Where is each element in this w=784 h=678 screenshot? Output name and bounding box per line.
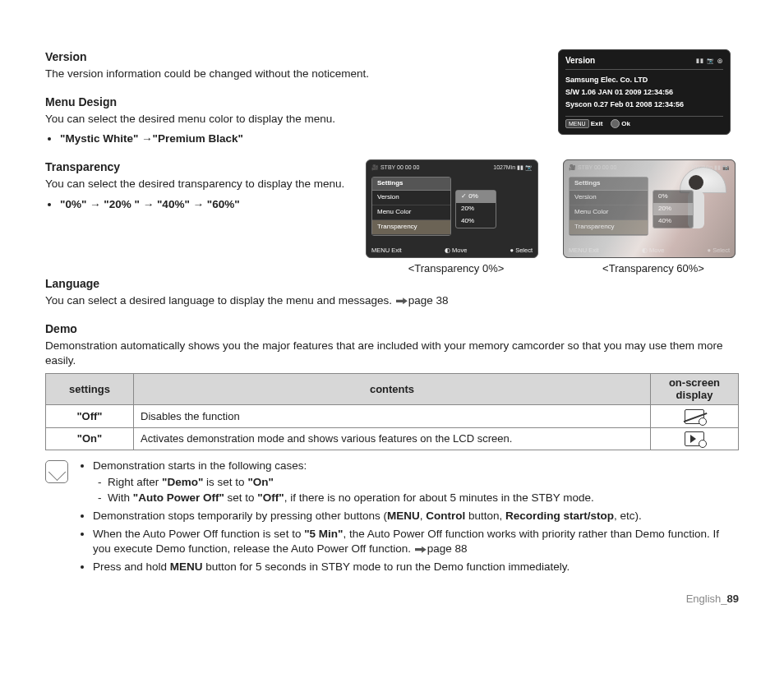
menu-design-heading: Menu Design bbox=[45, 95, 542, 110]
version-heading: Version bbox=[45, 49, 542, 65]
version-lcd-line3: Syscon 0.27 Feb 01 2008 12:34:56 bbox=[565, 99, 723, 109]
version-lcd-line2: S/W 1.06 JAN 01 2009 12:34:56 bbox=[565, 87, 723, 97]
language-desc: You can select a desired language to dis… bbox=[45, 293, 739, 308]
page-footer: English_89 bbox=[45, 592, 739, 607]
menu-design-desc: You can select the desired menu color to… bbox=[45, 112, 542, 127]
version-desc: The version information could be changed… bbox=[45, 67, 542, 81]
table-row: "Off" Disables the function bbox=[46, 405, 739, 428]
caption-transparency-60: <Transparency 60%> bbox=[563, 261, 744, 276]
transparency-heading: Transparency bbox=[45, 159, 349, 175]
demo-desc: Demonstration automatically shows you th… bbox=[45, 339, 739, 368]
transparency-desc: You can select the desired transparency … bbox=[45, 177, 349, 191]
demo-on-icon bbox=[685, 431, 704, 446]
demo-heading: Demo bbox=[45, 321, 739, 337]
page-arrow-icon bbox=[415, 547, 427, 553]
lcd-opt-20: 20% bbox=[456, 203, 496, 215]
demo-off-icon bbox=[685, 409, 704, 424]
lcd-item-version: Version bbox=[372, 191, 450, 205]
th-settings: settings bbox=[46, 374, 134, 405]
lcd-tab-settings: Settings bbox=[372, 178, 450, 191]
page-arrow-icon bbox=[396, 297, 408, 304]
lcd-opt-0: ✓ 0% bbox=[456, 191, 496, 203]
transparency-lcd-0: 🎥 STBY 00 00 00 1027Min ▮▮ 📷 Settings Ve… bbox=[366, 159, 538, 258]
demo-notes: Demonstration starts in the following ca… bbox=[78, 459, 739, 579]
language-heading: Language bbox=[45, 276, 739, 292]
table-row: "On" Activates demonstration mode and sh… bbox=[46, 427, 739, 450]
version-lcd-title: Version bbox=[565, 55, 595, 67]
th-contents: contents bbox=[134, 374, 651, 405]
ok-icon bbox=[611, 119, 620, 128]
lcd-status-icons: ▮▮ 📷 ◎ bbox=[696, 57, 723, 64]
version-lcd-line1: Samsung Elec. Co. LTD bbox=[565, 75, 723, 85]
menu-design-options: "Mystic White" →"Premium Black" bbox=[60, 131, 542, 146]
note-icon bbox=[45, 460, 68, 483]
transparency-lcd-60: 🎥 STBY 00 00 00 1027Min ▮▮ 📷 Settings Ve… bbox=[563, 159, 736, 258]
version-lcd: Version ▮▮ 📷 ◎ Samsung Elec. Co. LTD S/W… bbox=[558, 49, 731, 135]
lcd-opt-40: 40% bbox=[456, 215, 496, 228]
transparency-options: "0%" → "20% " → "40%" → "60%" bbox=[60, 197, 349, 212]
camcorder-icon: 🎥 bbox=[371, 164, 379, 170]
demo-table: settings contents on-screen display "Off… bbox=[45, 373, 739, 450]
th-osd: on-screen display bbox=[651, 374, 739, 405]
caption-transparency-0: <Transparency 0%> bbox=[366, 261, 546, 276]
lcd-item-menu-color: Menu Color bbox=[372, 205, 450, 220]
lcd-item-transparency: Transparency bbox=[372, 220, 450, 235]
